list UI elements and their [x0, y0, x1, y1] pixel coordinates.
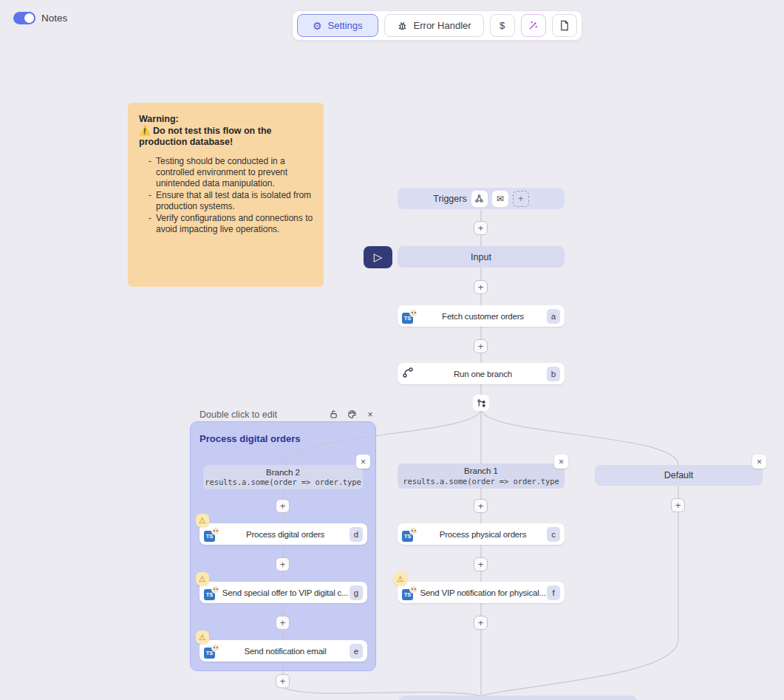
warning-icon: ⚠ — [196, 631, 209, 644]
group-title: Process digital orders — [200, 433, 301, 444]
warning-icon: ⚠ — [196, 572, 209, 585]
default-branch-node[interactable]: Default — [595, 465, 763, 486]
add-step-button[interactable]: + — [474, 221, 488, 235]
add-step-button[interactable]: + — [671, 498, 685, 512]
document-button[interactable] — [552, 14, 577, 37]
add-step-button[interactable]: + — [276, 616, 290, 630]
lock-icon[interactable] — [327, 409, 339, 421]
delete-branch1-button[interactable]: × — [554, 455, 568, 469]
bug-icon — [397, 20, 408, 31]
add-step-button[interactable]: + — [474, 280, 488, 294]
branch2-condition-node[interactable]: Branch 2 results.a.some(order => order.t… — [203, 465, 363, 489]
top-toolbar: ⚙ Settings Error Handler $ — [292, 10, 582, 41]
magic-wand-button[interactable] — [521, 14, 546, 37]
gear-icon: ⚙ — [313, 21, 322, 31]
dollar-label: $ — [500, 20, 505, 31]
add-step-button[interactable]: + — [474, 499, 488, 513]
merge-node[interactable] — [399, 696, 637, 700]
step-key-badge: a — [547, 309, 560, 324]
warning-note[interactable]: Warning: ⚠️ Do not test this flow on the… — [128, 103, 324, 287]
step-key-badge: f — [547, 585, 560, 600]
step-key-badge: g — [350, 585, 363, 600]
typescript-icon: TS — [204, 644, 219, 659]
typescript-icon: TS — [402, 527, 417, 542]
delete-branch2-button[interactable]: × — [356, 455, 370, 469]
error-handler-button[interactable]: Error Handler — [384, 14, 484, 37]
runtime-badge-icon — [211, 585, 219, 594]
node-fetch-customer-orders[interactable]: TS Fetch customer orders a — [398, 305, 565, 327]
notes-toggle[interactable] — [13, 12, 35, 24]
palette-icon[interactable] — [346, 409, 358, 421]
note-title: Warning: — [139, 114, 313, 126]
runtime-badge-icon — [409, 309, 417, 317]
step-key-badge: c — [547, 527, 560, 542]
group-close-icon[interactable]: × — [364, 409, 376, 421]
note-bullet: -Testing should be conducted in a contro… — [149, 156, 313, 189]
runtime-badge-icon — [211, 527, 219, 535]
node-process-physical-orders[interactable]: TS Process physical orders c — [398, 523, 565, 545]
add-step-button[interactable]: + — [276, 557, 290, 571]
step-key-badge: b — [547, 367, 560, 381]
dollar-button[interactable]: $ — [490, 14, 515, 37]
node-send-notification-email[interactable]: ⚠ TS Send notification email e — [200, 640, 367, 662]
warning-icon: ⚠ — [394, 572, 407, 585]
notes-toggle-label: Notes — [41, 13, 67, 24]
email-trigger-button[interactable]: ✉ — [492, 191, 508, 207]
error-handler-label: Error Handler — [414, 20, 471, 31]
run-flow-button[interactable]: ▷ — [364, 246, 392, 268]
step-key-badge: d — [350, 527, 363, 542]
input-label: Input — [471, 252, 491, 262]
play-icon: ▷ — [374, 251, 383, 264]
delete-default-branch-button[interactable]: × — [752, 455, 766, 469]
toggle-knob — [24, 13, 34, 23]
note-bullet-list: -Testing should be conducted in a contro… — [149, 156, 313, 235]
add-step-button[interactable]: + — [276, 674, 290, 688]
settings-button[interactable]: ⚙ Settings — [297, 14, 378, 37]
magic-wand-icon — [528, 20, 539, 31]
add-step-button[interactable]: + — [276, 499, 290, 513]
input-node[interactable]: Input — [398, 246, 565, 268]
add-step-button[interactable]: + — [474, 616, 488, 630]
node-process-digital-orders[interactable]: ⚠ TS Process digital orders d — [200, 523, 367, 545]
branch-split-icon — [473, 395, 489, 411]
triggers-bar[interactable]: Triggers ✉ + — [398, 188, 565, 209]
add-step-button[interactable]: + — [474, 557, 488, 571]
document-icon — [559, 20, 570, 31]
envelope-icon: ✉ — [497, 194, 504, 204]
note-bullet: -Ensure that all test data is isolated f… — [149, 190, 313, 212]
branch1-condition-node[interactable]: Branch 1 results.a.some(order => order.t… — [398, 463, 565, 489]
note-bullet: -Verify configurations and connections t… — [149, 213, 313, 235]
flow-canvas[interactable]: Notes ⚙ Settings Error Handler $ — [0, 0, 784, 700]
flow-edges — [0, 0, 784, 700]
node-run-one-branch[interactable]: Run one branch b — [398, 363, 565, 384]
typescript-icon: TS — [204, 585, 219, 600]
runtime-badge-icon — [211, 644, 219, 652]
add-step-button[interactable]: + — [474, 339, 488, 353]
plus-icon: + — [518, 194, 523, 204]
typescript-icon: TS — [204, 527, 219, 542]
node-send-vip-notification[interactable]: ⚠ TS Send VIP notification for physical.… — [398, 582, 565, 603]
webhook-trigger-button[interactable] — [471, 191, 488, 207]
group-edit-hint: Double click to edit — [200, 410, 321, 420]
triggers-label: Triggers — [433, 194, 466, 204]
step-key-badge: e — [350, 644, 363, 659]
add-trigger-button[interactable]: + — [513, 191, 529, 207]
group-header: Double click to edit × — [200, 408, 376, 421]
typescript-icon: TS — [402, 309, 417, 324]
runtime-badge-icon — [409, 527, 417, 535]
runtime-badge-icon — [409, 585, 417, 594]
warning-icon: ⚠ — [196, 514, 209, 527]
branch-icon — [402, 367, 417, 381]
note-subtitle: ⚠️ Do not test this flow on the producti… — [139, 126, 313, 149]
node-send-special-offer[interactable]: ⚠ TS Send special offer to VIP digital c… — [200, 582, 367, 603]
settings-label: Settings — [328, 20, 363, 31]
typescript-icon: TS — [402, 585, 417, 600]
